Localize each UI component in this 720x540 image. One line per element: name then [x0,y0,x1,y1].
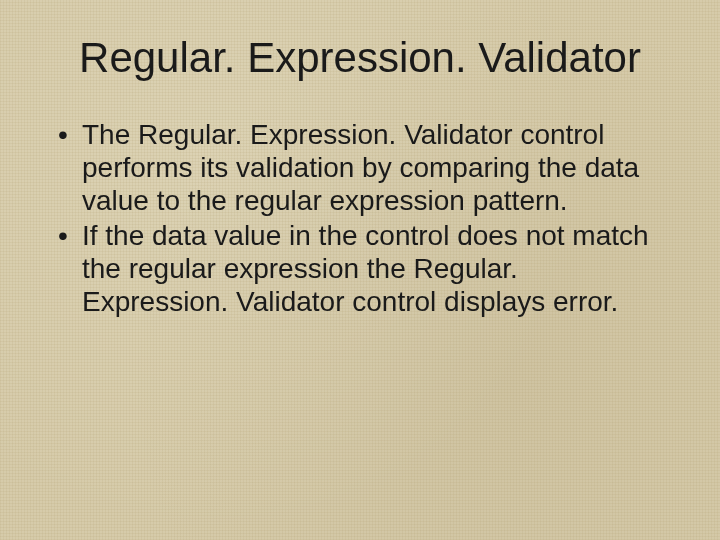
bullet-item: • The Regular. Expression. Validator con… [58,118,670,217]
bullet-dot-icon: • [58,219,82,252]
slide-body: • The Regular. Expression. Validator con… [50,118,670,318]
bullet-dot-icon: • [58,118,82,151]
bullet-item: • If the data value in the control does … [58,219,670,318]
slide-title: Regular. Expression. Validator [50,34,670,82]
bullet-text: If the data value in the control does no… [82,219,670,318]
bullet-text: The Regular. Expression. Validator contr… [82,118,670,217]
slide: Regular. Expression. Validator • The Reg… [0,0,720,540]
